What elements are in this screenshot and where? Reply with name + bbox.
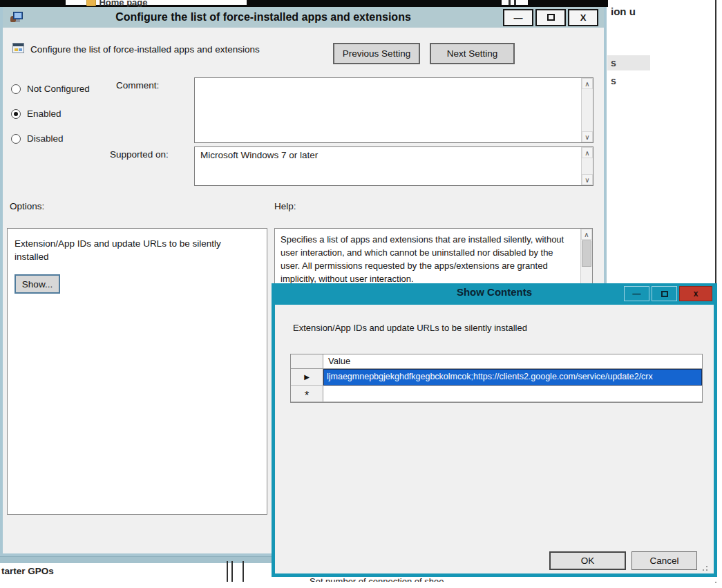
close-button[interactable]: X (568, 9, 598, 26)
grid-header-row: Value (291, 354, 702, 369)
background-list-row[interactable]: s (611, 75, 616, 87)
background-tree-fragment: Home page (66, 0, 247, 5)
value-cell[interactable]: ljmaegmnepbgjekghdfkgegbckolmcok;https:/… (323, 369, 702, 386)
row-selector-cell[interactable]: * (291, 386, 323, 402)
supported-on-value: Microsoft Windows 7 or later (195, 147, 593, 163)
radio-label: Enabled (27, 108, 61, 119)
radio-label: Disabled (27, 133, 64, 144)
grid-row-selected[interactable]: ▶ ljmaegmnepbgjekghdfkgegbckolmcok;https… (291, 369, 702, 386)
supported-on-label: Supported on: (110, 149, 169, 160)
group-policy-app-icon (10, 11, 23, 23)
policy-setting-icon (12, 43, 24, 53)
background-list-row-selected[interactable]: s (607, 55, 650, 70)
maximize-button[interactable] (535, 9, 566, 26)
scroll-down-icon: ∨ (585, 176, 589, 184)
comment-input[interactable]: ∧ ∨ (194, 77, 593, 143)
scroll-up-button[interactable]: ∧ (582, 147, 593, 158)
options-panel: Extension/App IDs and update URLs to be … (7, 228, 267, 515)
help-label: Help: (274, 201, 296, 211)
window-controls: — x (624, 286, 712, 301)
list-row-label: s (611, 75, 616, 86)
grid-corner-cell (291, 354, 323, 369)
scroll-up-button[interactable]: ∧ (582, 78, 593, 89)
ok-button[interactable]: OK (549, 551, 626, 570)
next-setting-button[interactable]: Next Setting (430, 43, 515, 64)
supported-scrollbar: ∧ ∨ (581, 147, 593, 185)
folder-icon (86, 0, 96, 6)
scroll-up-icon: ∧ (584, 231, 589, 238)
value-column-header: Value (323, 354, 702, 369)
scroll-up-icon: ∧ (585, 80, 589, 88)
supported-on-box: Microsoft Windows 7 or later ∧ ∨ (194, 146, 593, 186)
resize-grip-icon[interactable] (699, 562, 708, 571)
splitter-line (243, 561, 244, 582)
comment-value (195, 78, 593, 82)
dialog-titlebar[interactable]: Configure the list of force-installed ap… (3, 7, 604, 28)
minimize-button[interactable]: — (503, 9, 533, 26)
starter-gpos-label: tarter GPOs (1, 566, 54, 576)
splitter-line (514, 0, 516, 5)
radio-not-configured[interactable]: Not Configured (11, 84, 90, 94)
background-splitter-fragment (502, 0, 528, 5)
splitter-line (509, 0, 511, 5)
comment-scrollbar: ∧ ∨ (581, 78, 593, 142)
minimize-button[interactable]: — (624, 286, 649, 301)
radio-circle-icon (11, 134, 21, 144)
maximize-icon (661, 291, 668, 297)
policy-setting-name: Configure the list of force-installed ap… (30, 44, 260, 55)
new-row-icon: * (305, 388, 310, 399)
window-controls: — X (503, 9, 598, 26)
scrollbar-thumb[interactable] (582, 240, 591, 267)
radio-circle-checked-icon (11, 109, 21, 119)
values-grid: Value ▶ ljmaegmnepbgjekghdfkgegbckolmcok… (290, 354, 703, 403)
background-text-fragment: ion u (611, 6, 636, 17)
contents-description: Extension/App IDs and update URLs to be … (293, 323, 527, 333)
row-selector-cell[interactable]: ▶ (291, 369, 323, 386)
close-icon: X (580, 12, 587, 23)
scroll-down-button[interactable]: ∨ (582, 131, 593, 142)
list-row-label: s (611, 57, 616, 68)
show-contents-dialog: Show Contents — x Extension/App IDs and … (272, 283, 717, 577)
minimize-icon: — (514, 12, 523, 23)
screen: Home page ion u s s tarter GPOs Set numb… (0, 0, 722, 588)
dialog-body: Extension/App IDs and update URLs to be … (275, 305, 714, 573)
scroll-down-icon: ∨ (585, 133, 589, 141)
value-cell[interactable] (323, 386, 702, 402)
radio-circle-icon (11, 84, 21, 94)
options-description: Extension/App IDs and update URLs to be … (15, 237, 246, 263)
radio-enabled[interactable]: Enabled (11, 108, 61, 119)
policy-setting-icon-wrap (12, 43, 24, 56)
scroll-up-icon: ∧ (585, 149, 589, 157)
radio-label: Not Configured (27, 84, 90, 94)
background-clipped-settings-row[interactable]: Set number of connection of shee (310, 577, 565, 582)
show-button[interactable]: Show... (15, 274, 60, 294)
dialog-title: Configure the list of force-installed ap… (23, 11, 503, 23)
maximize-icon (547, 14, 555, 21)
maximize-button[interactable] (652, 286, 677, 301)
row-selector-icon: ▶ (304, 373, 310, 381)
grid-row-new[interactable]: * (291, 386, 702, 402)
previous-setting-button[interactable]: Previous Setting (333, 43, 420, 64)
scroll-down-button[interactable]: ∨ (582, 174, 593, 185)
options-label: Options: (10, 201, 44, 211)
radio-disabled[interactable]: Disabled (11, 133, 64, 144)
scroll-up-button[interactable]: ∧ (581, 229, 592, 240)
close-icon: x (694, 289, 699, 298)
minimize-icon: — (633, 289, 641, 298)
splitter-line (227, 561, 228, 582)
help-text: Specifies a list of apps and extensions … (281, 233, 573, 285)
close-button[interactable]: x (679, 286, 712, 301)
splitter-line (231, 561, 233, 582)
comment-label: Comment: (116, 80, 159, 91)
dialog-titlebar[interactable]: Show Contents — x (272, 283, 717, 304)
cancel-button[interactable]: Cancel (631, 551, 697, 570)
